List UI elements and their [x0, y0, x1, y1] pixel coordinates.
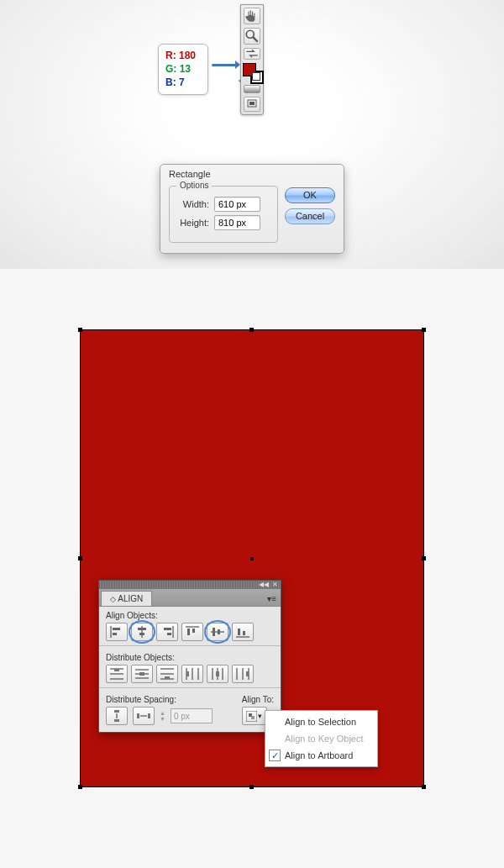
dist-left-icon[interactable] [181, 665, 203, 683]
svg-rect-8 [138, 628, 146, 630]
height-input[interactable] [214, 215, 260, 230]
svg-rect-14 [187, 629, 190, 635]
distribute-spacing-label: Distribute Spacing: [106, 695, 242, 704]
check-icon: ✓ [269, 750, 281, 761]
svg-line-1 [253, 37, 258, 42]
svg-point-0 [246, 30, 254, 38]
align-to-label: Align To: [242, 695, 274, 704]
align-to-dropdown[interactable]: ▾ [242, 707, 267, 725]
zoom-tool-icon[interactable] [244, 28, 260, 45]
rectangle-dialog: Rectangle Options Width: Height: OK Canc… [160, 164, 344, 254]
b-value: 7 [179, 76, 185, 88]
flyout-align-artboard[interactable]: ✓ Align to Artboard [265, 747, 377, 764]
align-bottom-icon[interactable] [232, 623, 254, 641]
align-to-flyout: Align to Selection Align to Key Object ✓… [265, 710, 378, 767]
hand-tool-icon[interactable] [244, 8, 260, 24]
svg-rect-21 [243, 631, 245, 635]
align-hcenter-icon[interactable] [131, 623, 153, 641]
align-left-icon[interactable] [106, 623, 128, 641]
align-vcenter-icon[interactable] [207, 623, 228, 641]
svg-rect-25 [114, 669, 119, 671]
height-label: Height: [176, 218, 214, 228]
flyout-align-selection[interactable]: Align to Selection [265, 713, 377, 730]
dist-top-icon[interactable] [106, 665, 128, 683]
flyout-opt3-label: Align to Artboard [285, 750, 353, 760]
align-objects-label: Align Objects: [106, 611, 274, 620]
dist-v-spacing-icon[interactable] [106, 707, 128, 725]
width-input[interactable] [214, 197, 260, 212]
center-point [250, 557, 254, 560]
flyout-opt2-label: Align to Key Object [285, 734, 364, 744]
svg-rect-41 [216, 671, 219, 676]
panel-menu-icon[interactable]: ▾≡ [263, 592, 281, 606]
selection-handle[interactable] [249, 328, 254, 332]
align-top-icon[interactable] [181, 623, 203, 641]
r-value: 180 [179, 50, 196, 61]
selection-handle[interactable] [78, 556, 82, 560]
align-right-icon[interactable] [156, 623, 178, 641]
r-label: R: [165, 50, 176, 61]
tab-align-label: ALIGN [118, 594, 143, 603]
svg-rect-6 [113, 633, 117, 635]
selection-handle[interactable] [249, 785, 254, 789]
ok-button[interactable]: OK [285, 187, 335, 203]
svg-rect-45 [246, 671, 249, 676]
svg-rect-29 [139, 672, 144, 676]
callout-arrow [212, 64, 237, 66]
g-label: G: [165, 63, 176, 75]
fill-color-swatch[interactable] [243, 63, 256, 76]
svg-rect-3 [249, 102, 255, 105]
selection-handle[interactable] [422, 328, 426, 332]
options-legend: Options [176, 181, 212, 190]
flyout-align-key-object: Align to Key Object [265, 730, 377, 747]
dist-bottom-icon[interactable] [156, 665, 178, 683]
svg-rect-5 [113, 628, 120, 630]
svg-rect-50 [148, 713, 150, 718]
svg-rect-46 [114, 710, 119, 713]
g-value: 13 [180, 63, 191, 75]
tool-strip [240, 4, 264, 115]
spacing-input [171, 708, 213, 723]
svg-rect-20 [238, 629, 240, 635]
svg-rect-11 [164, 628, 171, 630]
close-icon[interactable]: ✕ [272, 581, 278, 588]
dist-hcenter-icon[interactable] [207, 665, 228, 683]
dist-vcenter-icon[interactable] [131, 665, 153, 683]
tab-align[interactable]: ◇ ALIGN [101, 591, 152, 606]
swap-arrows-icon[interactable] [244, 48, 260, 60]
svg-rect-54 [251, 716, 255, 719]
svg-rect-17 [213, 628, 215, 636]
svg-rect-9 [139, 633, 144, 635]
b-label: B: [165, 76, 176, 88]
dist-right-icon[interactable] [232, 665, 254, 683]
selection-handle[interactable] [422, 785, 426, 789]
svg-rect-33 [165, 676, 170, 679]
options-fieldset: Options Width: Height: [169, 186, 278, 243]
svg-rect-49 [137, 713, 139, 718]
fill-stroke-swatch[interactable] [243, 63, 261, 82]
selection-handle[interactable] [78, 328, 82, 332]
cancel-button[interactable]: Cancel [285, 208, 335, 224]
gradient-mode-icon[interactable] [244, 85, 260, 93]
screen-mode-icon[interactable] [244, 97, 260, 112]
artboard: ◀◀ ✕ ◇ ALIGN ▾≡ Align Objects: [0, 269, 504, 868]
selection-handle[interactable] [78, 785, 82, 789]
svg-rect-12 [167, 633, 171, 635]
selection-handle[interactable] [422, 556, 426, 560]
distribute-objects-label: Distribute Objects: [106, 653, 274, 662]
svg-rect-18 [218, 629, 220, 634]
width-label: Width: [176, 199, 214, 209]
svg-rect-47 [114, 719, 119, 722]
dist-h-spacing-icon[interactable] [133, 707, 155, 725]
flyout-opt1-label: Align to Selection [285, 717, 356, 727]
collapse-icon[interactable]: ◀◀ [259, 581, 269, 588]
svg-rect-37 [186, 671, 189, 676]
panel-drag-bar[interactable]: ◀◀ ✕ [99, 581, 281, 589]
rgb-callout: R: 180 G: 13 B: 7 [158, 44, 208, 95]
align-panel: ◀◀ ✕ ◇ ALIGN ▾≡ Align Objects: [98, 580, 281, 733]
svg-rect-15 [192, 629, 195, 633]
